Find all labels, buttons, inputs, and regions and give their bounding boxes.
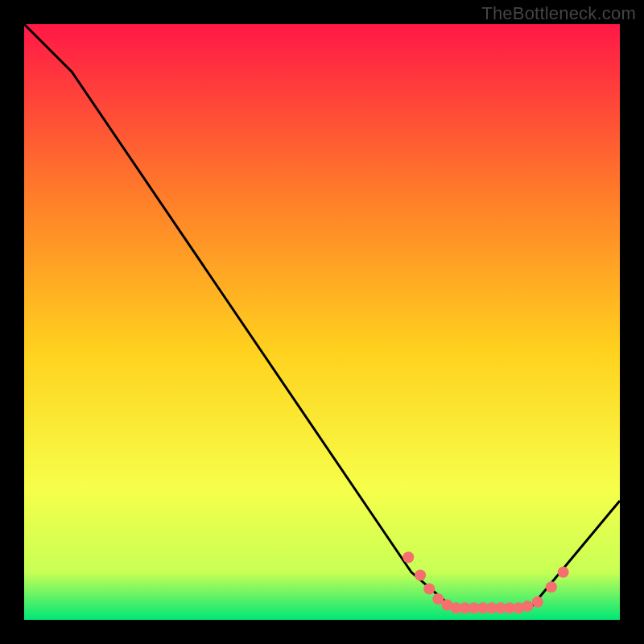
curve-marker xyxy=(546,581,557,592)
plot-area xyxy=(24,24,620,620)
curve-marker xyxy=(423,584,435,595)
curve-marker xyxy=(522,601,533,612)
curve-marker xyxy=(532,597,543,608)
bottleneck-chart xyxy=(0,0,644,644)
curve-marker xyxy=(558,567,569,578)
watermark-label: TheBottleneck.com xyxy=(481,3,636,24)
chart-frame: TheBottleneck.com xyxy=(0,0,644,644)
curve-marker xyxy=(415,570,426,581)
curve-marker xyxy=(402,551,414,563)
